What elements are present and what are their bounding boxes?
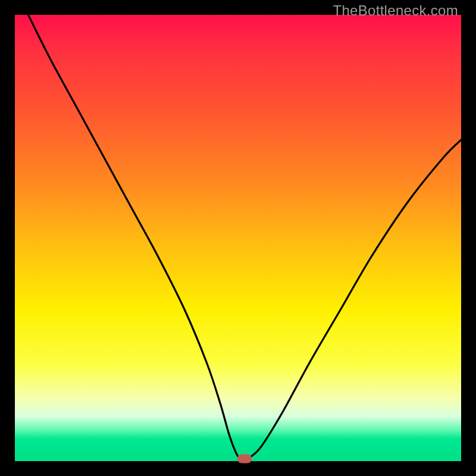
optimal-marker: [237, 455, 252, 464]
chart-frame: TheBottleneck.com: [0, 0, 476, 476]
bottleneck-curve: [15, 15, 461, 461]
curve-path: [29, 15, 462, 460]
watermark-text: TheBottleneck.com: [333, 2, 458, 19]
